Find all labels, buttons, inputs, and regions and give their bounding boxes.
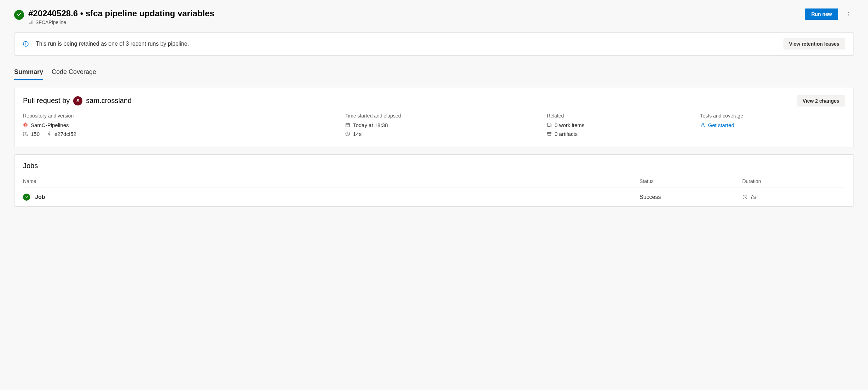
page-header: #20240528.6 • sfca pipeline updating var…	[14, 8, 854, 25]
pipeline-link[interactable]: SFCAPipeline	[28, 19, 214, 25]
tab-code-coverage[interactable]: Code Coverage	[52, 65, 96, 80]
header-right: Run new	[805, 8, 854, 20]
commit-link[interactable]: e27dcf52	[47, 131, 76, 137]
get-started-link[interactable]: Get started	[700, 122, 845, 128]
view-changes-button[interactable]: View 2 changes	[797, 95, 845, 107]
pipeline-name: SFCAPipeline	[35, 19, 66, 25]
get-started-text: Get started	[708, 122, 734, 128]
calendar-icon	[345, 122, 350, 127]
more-actions-button[interactable]	[843, 8, 854, 20]
run-status-success-icon	[14, 10, 24, 20]
repo-link[interactable]: SamC-Pipelines	[23, 122, 337, 128]
pr-author-block: Pull request by S sam.crossland	[23, 96, 132, 105]
repo-name: SamC-Pipelines	[31, 122, 69, 128]
jobs-card: Jobs Name Status Duration Job Success 7s	[14, 154, 854, 207]
elapsed-value: 14s	[353, 131, 361, 137]
header-left: #20240528.6 • sfca pipeline updating var…	[14, 8, 214, 25]
work-item-icon	[547, 122, 552, 127]
col-related: Related 0 work items 0 artifacts	[547, 113, 691, 140]
clock-icon	[742, 195, 747, 200]
git-icon	[23, 122, 28, 127]
col-tests: Tests and coverage Get started	[700, 113, 845, 140]
svg-point-1	[848, 14, 849, 15]
job-name: Job	[35, 194, 45, 200]
tabs: Summary Code Coverage	[14, 65, 854, 81]
work-items-value: 0 work items	[555, 122, 584, 128]
run-new-button[interactable]: Run new	[805, 8, 838, 20]
job-status-success-icon	[23, 194, 30, 201]
col-header-status: Status	[640, 178, 742, 184]
job-name-cell: Job	[23, 194, 640, 201]
col-tests-title: Tests and coverage	[700, 113, 845, 119]
tab-summary[interactable]: Summary	[14, 65, 43, 80]
title-block: #20240528.6 • sfca pipeline updating var…	[28, 8, 214, 25]
commit-hash: e27dcf52	[54, 131, 76, 137]
work-items-link[interactable]: 0 work items	[547, 122, 691, 128]
jobs-table-header: Name Status Duration	[23, 176, 845, 188]
jobs-title: Jobs	[23, 162, 845, 170]
flask-icon	[700, 122, 705, 127]
col-repo-title: Repository and version	[23, 113, 337, 119]
clock-icon	[345, 131, 350, 136]
table-row[interactable]: Job Success 7s	[23, 188, 845, 206]
avatar: S	[73, 96, 82, 105]
svg-point-2	[848, 16, 849, 17]
artifacts-value: 0 artifacts	[555, 131, 578, 137]
view-retention-leases-button[interactable]: View retention leases	[783, 38, 845, 50]
more-vertical-icon	[845, 11, 851, 17]
artifact-icon	[547, 131, 552, 136]
svg-point-0	[848, 12, 849, 13]
job-status: Success	[640, 194, 742, 200]
svg-point-5	[48, 133, 50, 134]
svg-rect-8	[548, 123, 550, 127]
job-duration-cell: 7s	[742, 194, 845, 200]
col-header-duration: Duration	[742, 178, 845, 184]
info-icon: i	[23, 41, 29, 47]
summary-grid: Repository and version SamC-Pipelines 15…	[23, 113, 845, 140]
started-value: Today at 18:38	[353, 122, 388, 128]
col-time-title: Time started and elapsed	[345, 113, 538, 119]
summary-head: Pull request by S sam.crossland View 2 c…	[23, 95, 845, 107]
svg-text:i: i	[25, 42, 26, 46]
commit-icon	[47, 131, 52, 136]
pr-number-link[interactable]: 150	[23, 131, 40, 137]
col-related-title: Related	[547, 113, 691, 119]
time-elapsed: 14s	[345, 131, 538, 137]
pr-prefix: Pull request by	[23, 97, 70, 105]
job-duration: 7s	[750, 194, 756, 200]
pipeline-icon	[28, 20, 33, 25]
author-name: sam.crossland	[86, 97, 132, 105]
summary-card: Pull request by S sam.crossland View 2 c…	[14, 88, 854, 147]
artifacts-link[interactable]: 0 artifacts	[547, 131, 691, 137]
retention-banner: i This run is being retained as one of 3…	[14, 32, 854, 56]
col-time: Time started and elapsed Today at 18:38 …	[345, 113, 538, 140]
svg-rect-6	[346, 124, 350, 127]
time-started: Today at 18:38	[345, 122, 538, 128]
run-title: #20240528.6 • sfca pipeline updating var…	[28, 8, 214, 19]
retention-left: i This run is being retained as one of 3…	[23, 41, 189, 47]
pull-request-icon	[23, 131, 28, 136]
pr-commit-row: 150 e27dcf52	[23, 131, 337, 140]
pr-number: 150	[31, 131, 40, 137]
col-header-name: Name	[23, 178, 640, 184]
col-repo: Repository and version SamC-Pipelines 15…	[23, 113, 337, 140]
retention-message: This run is being retained as one of 3 r…	[36, 41, 189, 47]
